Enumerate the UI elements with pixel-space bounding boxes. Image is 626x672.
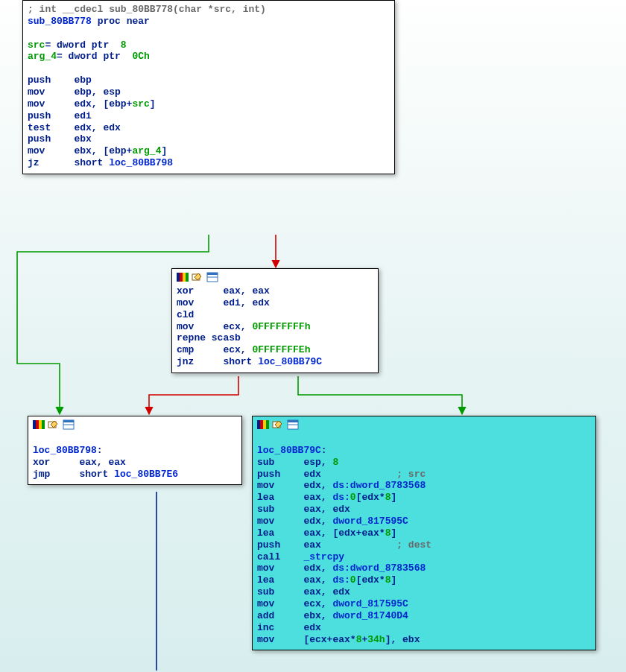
code-token: 0FFFFFFFEh — [252, 344, 310, 355]
code-token: = dword ptr — [57, 51, 132, 62]
code-token: [edx* — [356, 492, 385, 503]
svg-rect-19 — [266, 420, 269, 429]
code-token: : — [321, 445, 327, 456]
code-line: sub_80BB778 proc near — [28, 16, 390, 28]
code-token: cmp ecx, — [177, 344, 252, 355]
toolbar-edit-icon[interactable] — [48, 419, 60, 430]
code-line: xor eax, eax — [33, 457, 237, 469]
code-token: mov ecx, — [257, 598, 332, 609]
code-token: cld — [177, 309, 194, 320]
code-token: repne scasb — [177, 332, 241, 343]
toolbar-window-icon[interactable] — [63, 419, 75, 430]
code-line: sub esp, 8 — [257, 457, 591, 469]
code-token: loc_80BB798 — [33, 445, 97, 456]
code-line: lea eax, [edx+eax*8] — [257, 527, 591, 539]
code-line: sub eax, edx — [257, 586, 591, 598]
code-token: = dword ptr — [45, 39, 120, 51]
toolbar-window-icon[interactable] — [206, 272, 218, 282]
code-token: inc edx — [257, 622, 321, 633]
code-token: ], ebx — [385, 634, 420, 645]
code-block-loc-80BB798[interactable]: loc_80BB798:xor eax, eaxjmp short loc_80… — [28, 416, 242, 485]
code-line: cld — [177, 309, 373, 321]
code-token: src — [28, 39, 45, 51]
code-token: mov edx, — [257, 562, 332, 574]
toolbar-edit-icon[interactable] — [272, 419, 284, 430]
code-token: sub esp, — [257, 457, 332, 468]
code-token: push edi — [28, 110, 92, 121]
code-line: jz short loc_80BB798 — [28, 157, 390, 169]
code-token: : — [97, 445, 103, 456]
code-token: [edx* — [356, 574, 385, 586]
disassembly-graph-canvas[interactable]: ; int __cdecl sub_80BB778(char *src, int… — [0, 0, 626, 672]
code-line: mov edx, ds:dword_8783568 — [257, 562, 591, 574]
code-line: xor eax, eax — [177, 285, 373, 297]
code-line: sub eax, edx — [257, 504, 591, 516]
svg-rect-0 — [177, 273, 180, 282]
code-token: ] — [391, 492, 396, 503]
code-token: xor eax, eax — [33, 457, 126, 468]
code-line — [28, 28, 390, 39]
code-line: repne scasb — [177, 332, 373, 344]
code-token: jz short — [28, 157, 109, 168]
code-token: ; dest — [396, 539, 431, 551]
code-token: sub eax, edx — [257, 504, 350, 515]
code-token: push ebx — [28, 133, 92, 145]
code-token: src — [132, 98, 149, 110]
code-token: jnz short — [177, 356, 258, 367]
code-token: ; src — [396, 469, 426, 480]
code-token: dword_817595C — [332, 598, 408, 609]
block-toolbar — [177, 272, 373, 282]
toolbar-colors-icon[interactable] — [177, 272, 189, 282]
code-token: mov ebx, [ebp+ — [28, 145, 132, 156]
code-line: push edx ; src — [257, 469, 591, 481]
code-token: ] — [391, 574, 396, 586]
code-line: src= dword ptr 8 — [28, 39, 390, 51]
toolbar-colors-icon[interactable] — [33, 419, 45, 430]
code-line: mov edx, [ebp+src] — [28, 98, 390, 110]
code-line: loc_80BB798: — [33, 445, 237, 457]
code-line: jmp short loc_80BB7E6 — [33, 469, 237, 481]
code-token: ds:dword_8783568 — [332, 480, 426, 491]
code-line: push eax ; dest — [257, 539, 591, 551]
svg-rect-10 — [39, 420, 42, 429]
code-line: mov ecx, dword_817595C — [257, 598, 591, 610]
code-token: ds: — [332, 492, 350, 503]
code-token: 0 — [350, 574, 356, 586]
code-token: arg_4 — [132, 145, 161, 156]
code-line: add ebx, dword_81740D4 — [257, 610, 591, 622]
code-token: dword_81740D4 — [332, 610, 408, 621]
code-line: mov edi, edx — [177, 297, 373, 309]
code-token: 0 — [350, 492, 356, 503]
code-token — [28, 28, 34, 39]
code-block-sub-80BB778[interactable]: ; int __cdecl sub_80BB778(char *src, int… — [22, 0, 395, 174]
code-line: inc edx — [257, 622, 591, 634]
code-line: mov edx, ds:dword_8783568 — [257, 480, 591, 492]
code-token: proc near — [98, 16, 150, 27]
code-line: loc_80BB79C: — [257, 445, 591, 457]
code-line: mov edx, dword_817595C — [257, 516, 591, 527]
code-token: 8 — [332, 457, 338, 468]
code-token: lea eax, — [257, 574, 332, 586]
code-line — [33, 433, 237, 445]
code-token: _strcpy — [303, 551, 344, 562]
code-line: mov ecx, 0FFFFFFFFh — [177, 321, 373, 333]
svg-rect-6 — [207, 273, 218, 275]
code-block-loc-80BB79C[interactable]: loc_80BB79C:sub esp, 8push edx ; srcmov … — [252, 416, 596, 650]
code-token: loc_80BB79C — [257, 445, 321, 456]
code-line: test edx, edx — [28, 122, 390, 134]
code-block-strlen-loop[interactable]: xor eax, eaxmov edi, edxcldmov ecx, 0FFF… — [171, 268, 379, 373]
svg-rect-14 — [63, 420, 74, 422]
code-token: ] — [161, 145, 167, 156]
toolbar-window-icon[interactable] — [287, 419, 299, 430]
toolbar-colors-icon[interactable] — [257, 419, 269, 430]
code-token: loc_80BB79C — [258, 356, 322, 367]
svg-rect-11 — [42, 420, 45, 429]
code-token: loc_80BB798 — [109, 157, 173, 168]
svg-rect-18 — [263, 420, 266, 429]
code-line: lea eax, ds:0[edx*8] — [257, 574, 591, 586]
toolbar-edit-icon[interactable] — [192, 272, 203, 282]
code-token — [33, 433, 39, 444]
code-token: mov ecx, — [177, 321, 252, 332]
svg-rect-2 — [183, 273, 186, 282]
code-token: call — [257, 551, 303, 562]
